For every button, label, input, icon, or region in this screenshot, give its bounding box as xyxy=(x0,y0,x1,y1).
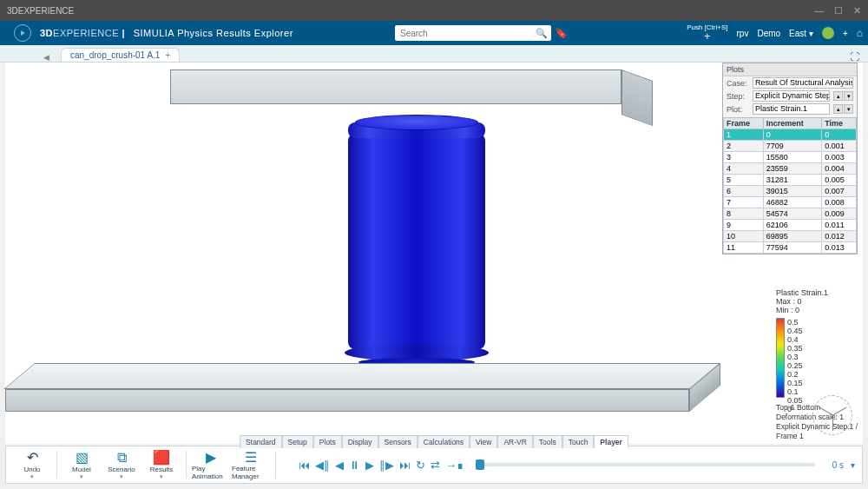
skip-end-icon[interactable]: ⏭ xyxy=(399,459,411,472)
table-row[interactable]: 277090.001 xyxy=(724,141,857,152)
tag-icon[interactable]: 🔖 xyxy=(555,27,568,39)
step-back-icon[interactable]: ◀∥ xyxy=(315,459,330,472)
legend-tick: 0.45 xyxy=(787,327,803,335)
time-readout: 0 s xyxy=(827,460,849,470)
step-prev-icon[interactable]: ▴ xyxy=(833,91,843,101)
frames-table[interactable]: Frame Increment Time 100277090.001315580… xyxy=(723,117,857,254)
step-dropdown[interactable]: Explicit Dynamic Step.1 xyxy=(753,90,830,102)
tab-tools[interactable]: Tools xyxy=(533,435,562,448)
loop-icon[interactable]: ↻ xyxy=(416,459,425,472)
user-rpv[interactable]: rpv xyxy=(737,29,749,38)
tab-touch[interactable]: Touch xyxy=(562,435,595,448)
step-label: Step: xyxy=(727,92,749,101)
table-row[interactable]: 9621060.011 xyxy=(724,220,857,231)
once-icon[interactable]: →∎ xyxy=(445,459,464,472)
tab-player[interactable]: Player xyxy=(594,435,628,448)
maximize-icon[interactable]: ☐ xyxy=(834,5,843,17)
undo-button[interactable]: ↶Undo▾ xyxy=(13,447,51,482)
col-frame[interactable]: Frame xyxy=(724,118,764,129)
table-row[interactable]: 8545740.009 xyxy=(724,208,857,220)
plot-prev-icon[interactable]: ▴ xyxy=(833,104,843,114)
tab-strip: ◀ can_drop_crush-01 A.1 + ⛶ xyxy=(0,45,868,63)
legend-tick: 0.5 xyxy=(787,318,803,327)
case-value: Result Of Structural Analysis Case.1 xyxy=(753,77,853,89)
play-forward-icon[interactable]: ▶ xyxy=(365,459,374,472)
table-row[interactable]: 4235590.004 xyxy=(724,163,857,175)
scenario-button[interactable]: ⧉Scenario▾ xyxy=(102,447,141,482)
tab-add-icon[interactable]: + xyxy=(165,50,170,60)
step-next-icon[interactable]: ▾ xyxy=(844,91,853,101)
model-icon: ▧ xyxy=(76,450,89,466)
table-row[interactable]: 11775940.013 xyxy=(724,242,857,254)
undo-icon: ↶ xyxy=(27,450,38,466)
slider-thumb[interactable] xyxy=(476,459,484,470)
user-demo[interactable]: Demo xyxy=(757,29,780,38)
tab-standard[interactable]: Standard xyxy=(240,435,282,448)
axis-triad[interactable] xyxy=(812,395,852,435)
compass-button[interactable] xyxy=(5,23,40,43)
skip-start-icon[interactable]: ⏮ xyxy=(299,459,310,472)
time-dropdown-icon[interactable]: ▾ xyxy=(851,460,855,470)
app-header: 3DEXPERIENCE | SIMULIA Physics Results E… xyxy=(0,21,868,45)
legend-title: Plastic Strain.1 xyxy=(776,288,858,297)
tab-plots[interactable]: Plots xyxy=(313,435,342,448)
legend-tick: 0.4 xyxy=(787,335,803,344)
action-bar-tabs[interactable]: StandardSetupPlotsDisplaySensorsCalculat… xyxy=(240,435,628,448)
search-box[interactable]: 🔍 🔖 xyxy=(395,25,568,41)
model-button[interactable]: ▧Model▾ xyxy=(62,447,101,482)
feature-manager-button[interactable]: ☰Feature Manager xyxy=(232,447,270,482)
tab-ar-vr[interactable]: AR-VR xyxy=(497,435,532,448)
table-row[interactable]: 5312810.005 xyxy=(724,175,857,186)
table-row[interactable]: 100 xyxy=(724,129,857,141)
bottom-plate-geometry xyxy=(14,363,795,424)
brand-label: 3DEXPERIENCE | SIMULIA Physics Results E… xyxy=(40,28,293,38)
pause-icon[interactable]: ⏸ xyxy=(349,459,360,472)
plot-label: Plot: xyxy=(727,105,749,114)
time-slider[interactable] xyxy=(476,463,815,466)
viewport-expand-icon[interactable]: ⛶ xyxy=(850,51,859,62)
add-icon[interactable]: + xyxy=(843,29,848,38)
legend-min: Min : 0 xyxy=(776,306,858,314)
close-icon[interactable]: ✕ xyxy=(853,5,861,17)
case-label: Case: xyxy=(727,79,749,88)
play-back-icon[interactable]: ◀ xyxy=(335,459,344,472)
top-plate-geometry xyxy=(170,69,653,115)
plots-panel[interactable]: Plots Case: Result Of Structural Analysi… xyxy=(722,63,858,254)
tab-calculations[interactable]: Calculations xyxy=(418,435,470,448)
table-row[interactable]: 10698950.012 xyxy=(724,231,857,242)
tab-sensors[interactable]: Sensors xyxy=(378,435,418,448)
tab-setup[interactable]: Setup xyxy=(282,435,313,448)
table-row[interactable]: 7468820.008 xyxy=(724,197,857,208)
bounce-icon[interactable]: ⇄ xyxy=(431,459,440,472)
play-anim-icon: ▶ xyxy=(206,449,216,465)
user-east[interactable]: East ▾ xyxy=(789,29,813,38)
minimize-icon[interactable]: — xyxy=(814,5,824,17)
feature-mgr-icon: ☰ xyxy=(245,449,257,465)
push-button[interactable]: Push [Ctrl+S]+ xyxy=(687,24,727,42)
play-animation-button[interactable]: ▶Play Animation xyxy=(192,447,230,482)
col-increment[interactable]: Increment xyxy=(763,118,821,129)
status-dot-icon[interactable] xyxy=(822,27,834,39)
viewport-3d[interactable]: Plots Case: Result Of Structural Analysi… xyxy=(5,63,863,444)
bottom-toolbar: ↶Undo▾ ▧Model▾ ⧉Scenario▾ 🟥Results▾ ▶Pla… xyxy=(5,446,863,484)
home-icon[interactable]: ⌂ xyxy=(857,27,863,39)
plot-dropdown[interactable]: Plastic Strain.1 xyxy=(753,103,830,115)
os-titlebar: 3DEXPERIENCE — ☐ ✕ xyxy=(0,0,868,21)
legend-tick: 0.1 xyxy=(787,387,803,396)
step-forward-icon[interactable]: ∥▶ xyxy=(379,459,394,472)
table-row[interactable]: 3155800.003 xyxy=(724,152,857,163)
plot-next-icon[interactable]: ▾ xyxy=(844,104,853,114)
results-button[interactable]: 🟥Results▾ xyxy=(142,447,181,482)
legend-tick: 0.3 xyxy=(787,353,803,361)
playback-controls: ⏮ ◀∥ ◀ ⏸ ▶ ∥▶ ⏭ ↻ ⇄ →∎ xyxy=(299,459,464,472)
tab-scroll-left-icon[interactable]: ◀ xyxy=(43,53,49,62)
document-tab[interactable]: can_drop_crush-01 A.1 + xyxy=(61,48,180,62)
scenario-icon: ⧉ xyxy=(117,450,127,466)
window-title: 3DEXPERIENCE xyxy=(7,6,74,16)
search-input[interactable] xyxy=(395,25,551,41)
table-row[interactable]: 6390150.007 xyxy=(724,186,857,197)
col-time[interactable]: Time xyxy=(822,118,857,129)
legend-tick: 0.35 xyxy=(787,344,803,353)
tab-display[interactable]: Display xyxy=(342,435,378,448)
tab-view[interactable]: View xyxy=(470,435,497,448)
